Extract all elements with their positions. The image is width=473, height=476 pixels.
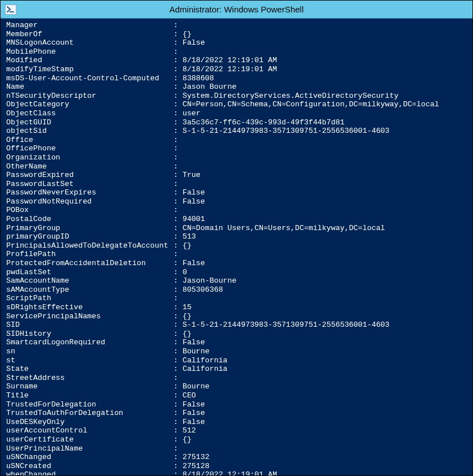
property-separator: :	[173, 144, 183, 153]
property-value: 513	[183, 232, 196, 241]
output-row: ServicePrincipalNames: {}	[6, 312, 467, 321]
property-name: sDRightsEffective	[6, 303, 173, 312]
property-value: Bourne	[183, 347, 210, 356]
property-value: CEO	[183, 391, 196, 400]
output-row: PrincipalsAllowedToDelegateToAccount: {}	[6, 241, 467, 250]
property-separator: :	[173, 65, 183, 74]
property-separator: :	[173, 153, 183, 162]
property-name: SamAccountName	[6, 276, 173, 285]
output-row: msDS-User-Account-Control-Computed: 8388…	[6, 74, 467, 83]
property-separator: :	[173, 409, 183, 418]
property-separator: :	[173, 330, 183, 339]
property-separator: :	[173, 215, 183, 224]
output-row: SamAccountName: Jason-Bourne	[6, 276, 467, 285]
property-separator: :	[173, 444, 183, 453]
output-row: sAMAccountType: 805306368	[6, 285, 467, 295]
property-value: 3a5c36c7-ff6c-439c-993d-49f3f44b7d81	[183, 118, 345, 127]
property-value: CN=Person,CN=Schema,CN=Configuration,DC=…	[183, 100, 439, 109]
property-separator: :	[173, 232, 183, 241]
property-value: 512	[183, 426, 196, 435]
property-separator: :	[173, 38, 183, 47]
property-name: ObjectGUID	[6, 118, 173, 127]
property-value: False	[183, 38, 205, 47]
output-row: PrimaryGroup: CN=Domain Users,CN=Users,D…	[6, 224, 467, 233]
property-name: sAMAccountType	[6, 285, 173, 295]
property-value: 8/18/2022 12:19:01 AM	[183, 65, 277, 74]
property-separator: :	[173, 118, 183, 127]
property-name: State	[6, 365, 173, 374]
property-name: primaryGroupID	[6, 232, 173, 241]
property-value: Jason Bourne	[183, 83, 237, 92]
output-row: Name: Jason Bourne	[6, 83, 467, 92]
output-row: StreetAddress:	[6, 374, 467, 383]
output-row: st: California	[6, 356, 467, 365]
property-value: {}	[183, 312, 192, 321]
property-name: PasswordLastSet	[6, 180, 173, 189]
output-row: whenChanged: 8/18/2022 12:19:01 AM	[6, 470, 467, 475]
output-row: SIDHistory: {}	[6, 330, 467, 339]
property-name: whenChanged	[6, 470, 173, 475]
property-separator: :	[173, 171, 183, 180]
property-separator: :	[173, 374, 183, 383]
property-value: 94001	[183, 215, 205, 224]
property-name: uSNCreated	[6, 462, 173, 471]
property-separator: :	[173, 338, 183, 347]
property-value: S-1-5-21-2144973983-3571309751-255653600…	[183, 321, 389, 330]
property-separator: :	[173, 356, 183, 365]
property-name: POBox	[6, 206, 173, 215]
property-name: MemberOf	[6, 30, 173, 39]
property-name: PrincipalsAllowedToDelegateToAccount	[6, 241, 173, 250]
output-row: ObjectGUID: 3a5c36c7-ff6c-439c-993d-49f3…	[6, 118, 467, 127]
property-separator: :	[173, 21, 183, 30]
property-name: Manager	[6, 21, 173, 30]
output-row: modifyTimeStamp: 8/18/2022 12:19:01 AM	[6, 65, 467, 74]
property-name: ProfilePath	[6, 250, 173, 259]
property-value: False	[183, 400, 205, 409]
powershell-window: Administrator: Windows PowerShell Manage…	[0, 0, 473, 476]
property-name: ProtectedFromAccidentalDeletion	[6, 259, 173, 268]
property-name: SIDHistory	[6, 330, 173, 339]
titlebar[interactable]: Administrator: Windows PowerShell	[1, 1, 472, 19]
output-row: TrustedToAuthForDelegation: False	[6, 409, 467, 418]
property-separator: :	[173, 276, 183, 285]
property-name: SID	[6, 321, 173, 330]
output-row: ProfilePath:	[6, 250, 467, 259]
property-value: 805306368	[183, 285, 223, 295]
output-row: ProtectedFromAccidentalDeletion: False	[6, 259, 467, 268]
property-separator: :	[173, 268, 183, 277]
property-value: 0	[183, 268, 187, 277]
property-separator: :	[173, 382, 183, 391]
property-value: 15	[183, 303, 192, 312]
property-separator: :	[173, 418, 183, 427]
property-separator: :	[173, 285, 183, 295]
property-name: Surname	[6, 382, 173, 391]
property-separator: :	[173, 224, 183, 233]
property-name: PasswordExpired	[6, 171, 173, 180]
output-row: PasswordExpired: True	[6, 171, 467, 180]
property-separator: :	[173, 462, 183, 471]
property-separator: :	[173, 312, 183, 321]
property-name: UserPrincipalName	[6, 444, 173, 453]
output-row: State: California	[6, 365, 467, 374]
property-name: Name	[6, 83, 173, 92]
property-name: Organization	[6, 153, 173, 162]
property-value: user	[183, 109, 201, 118]
output-row: PasswordNeverExpires: False	[6, 188, 467, 197]
terminal-output[interactable]: Manager: MemberOf: {}MNSLogonAccount: Fa…	[1, 19, 472, 475]
property-name: MNSLogonAccount	[6, 38, 173, 47]
property-value: System.DirectoryServices.ActiveDirectory…	[183, 92, 398, 101]
svg-rect-0	[5, 5, 16, 15]
property-value: False	[183, 418, 205, 427]
property-value: CN=Domain Users,CN=Users,DC=milkyway,DC=…	[183, 224, 385, 233]
property-name: PrimaryGroup	[6, 224, 173, 233]
output-row: UseDESKeyOnly: False	[6, 418, 467, 427]
output-row: Organization:	[6, 153, 467, 162]
property-separator: :	[173, 30, 183, 39]
property-separator: :	[173, 426, 183, 435]
output-row: PasswordNotRequired: False	[6, 197, 467, 206]
property-name: msDS-User-Account-Control-Computed	[6, 74, 173, 83]
property-value: False	[183, 259, 205, 268]
property-value: False	[183, 188, 205, 197]
output-row: sn: Bourne	[6, 347, 467, 356]
output-row: SID: S-1-5-21-2144973983-3571309751-2556…	[6, 321, 467, 330]
